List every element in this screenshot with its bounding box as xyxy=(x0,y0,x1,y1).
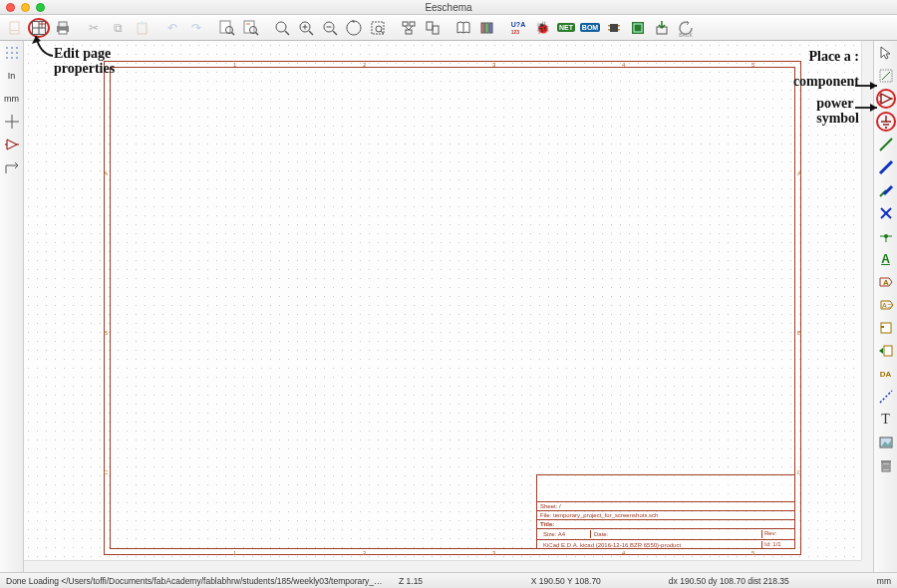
library-editor-button[interactable] xyxy=(452,18,474,38)
component-triangle-icon xyxy=(4,137,20,152)
find-button[interactable] xyxy=(216,18,238,38)
svg-point-50 xyxy=(6,52,8,54)
cursor-shape-toggle[interactable] xyxy=(2,112,22,132)
hierarchy-icon xyxy=(401,20,417,36)
show-grid-toggle[interactable] xyxy=(2,43,22,63)
svg-rect-1 xyxy=(11,30,18,31)
import-pin-icon xyxy=(878,343,894,359)
title-block: Sheet: / File: temporary_project_for_scr… xyxy=(536,474,795,549)
status-units: mm xyxy=(877,576,891,586)
find-replace-icon xyxy=(243,20,259,36)
place-power-port-tool[interactable] xyxy=(876,112,896,132)
redo-icon: ↷ xyxy=(191,21,201,35)
place-bus-tool[interactable] xyxy=(876,157,896,177)
netlist-button[interactable]: BOM xyxy=(579,18,601,38)
schematic-canvas[interactable]: 1 2 3 4 5 1 2 3 4 5 A B C A B C Sheet: /… xyxy=(24,41,873,572)
toolbar-left: In mm xyxy=(0,41,24,572)
place-hierarchical-pin-tool[interactable]: DA xyxy=(876,364,896,384)
copy-button[interactable]: ⧉ xyxy=(107,18,129,38)
toolbar-right: A A A⊃ DA T xyxy=(873,41,897,572)
leave-sheet-button[interactable] xyxy=(422,18,444,38)
place-bus-entry-tool[interactable] xyxy=(876,180,896,200)
print-button[interactable] xyxy=(52,18,74,38)
size-label: Size: A4 xyxy=(540,530,590,538)
svg-line-63 xyxy=(882,72,890,80)
place-global-label-tool[interactable]: A xyxy=(876,272,896,292)
id-label: Id: 1/1 xyxy=(761,541,791,549)
zoom-redraw-button[interactable] xyxy=(271,18,293,38)
copy-icon: ⧉ xyxy=(114,21,123,35)
zoom-fit-icon xyxy=(346,20,362,36)
zoom-selection-button[interactable] xyxy=(367,18,389,38)
dashed-line-icon xyxy=(878,389,894,405)
place-hierarchical-sheet-tool[interactable] xyxy=(876,318,896,338)
scrollbar-horizontal[interactable] xyxy=(24,560,861,572)
svg-rect-8 xyxy=(59,22,67,27)
units-mm-toggle[interactable]: mm xyxy=(2,89,22,109)
hidden-pins-toggle[interactable] xyxy=(2,135,22,154)
bus-wire-direction-toggle[interactable] xyxy=(2,157,22,177)
books-icon xyxy=(479,20,495,36)
svg-text:A⊃: A⊃ xyxy=(882,302,893,309)
footprint-editor-button[interactable] xyxy=(603,18,625,38)
cut-button[interactable]: ✂ xyxy=(83,18,105,38)
highlight-net-tool[interactable] xyxy=(876,66,896,86)
svg-line-17 xyxy=(285,31,289,35)
zoom-out-button[interactable] xyxy=(319,18,341,38)
annotate-label: U?A123 xyxy=(511,21,525,35)
svg-line-12 xyxy=(232,32,235,35)
place-no-connect-tool[interactable] xyxy=(876,203,896,223)
back-annotate-button[interactable]: BACK xyxy=(675,18,697,38)
undo-icon: ↶ xyxy=(167,21,177,35)
scrollbar-vertical[interactable] xyxy=(861,41,873,560)
zoom-out-icon xyxy=(322,20,338,36)
import-hierarchical-pin-tool[interactable] xyxy=(876,341,896,361)
svg-line-19 xyxy=(309,31,313,35)
place-image-tool[interactable] xyxy=(876,433,896,452)
place-component-tool[interactable] xyxy=(876,89,896,109)
place-net-label-tool[interactable]: A xyxy=(876,249,896,269)
hier-sheet-icon xyxy=(878,320,894,336)
import-footprint-button[interactable] xyxy=(651,18,673,38)
place-hierarchical-label-tool[interactable]: A⊃ xyxy=(876,295,896,315)
navigate-hierarchy-button[interactable] xyxy=(398,18,420,38)
svg-point-51 xyxy=(11,52,13,54)
svg-rect-36 xyxy=(481,23,484,33)
svg-rect-43 xyxy=(618,29,620,31)
place-wire-tool[interactable] xyxy=(876,135,896,154)
undo-button[interactable]: ↶ xyxy=(161,18,183,38)
new-schematic-button[interactable] xyxy=(4,18,26,38)
delete-tool[interactable] xyxy=(876,455,896,475)
place-graphic-text-tool[interactable]: T xyxy=(876,410,896,430)
redo-button[interactable]: ↷ xyxy=(185,18,207,38)
footprint-icon xyxy=(606,20,622,36)
svg-line-23 xyxy=(333,31,337,35)
zoom-in-button[interactable] xyxy=(295,18,317,38)
cvpcb-button[interactable]: NET xyxy=(555,18,577,38)
svg-rect-93 xyxy=(881,460,891,462)
zoom-fit-button[interactable] xyxy=(343,18,365,38)
paste-button[interactable]: 📋 xyxy=(131,18,152,38)
svg-line-31 xyxy=(405,26,409,30)
svg-point-80 xyxy=(884,234,888,238)
grid-icon xyxy=(4,45,20,61)
select-tool[interactable] xyxy=(876,43,896,63)
erc-button[interactable]: 🐞 xyxy=(531,18,553,38)
find-replace-button[interactable] xyxy=(240,18,262,38)
date-label: Date: xyxy=(590,530,761,538)
annotate-button[interactable]: U?A123 xyxy=(507,18,529,38)
hier-label-icon: A⊃ xyxy=(878,297,894,313)
page-settings-button[interactable] xyxy=(28,18,50,38)
kicad-version: KiCad E.D.A. kicad (2016-12-16 BZR 6550)… xyxy=(540,541,761,549)
run-pcbnew-button[interactable] xyxy=(627,18,649,38)
no-connect-icon xyxy=(878,205,894,221)
toolbar-top: ✂ ⧉ 📋 ↶ ↷ U?A123 🐞 NET BOM BACK xyxy=(0,15,897,41)
junction-icon xyxy=(878,228,894,244)
highlight-net-icon xyxy=(878,68,894,84)
library-browser-button[interactable] xyxy=(476,18,498,38)
place-junction-tool[interactable] xyxy=(876,226,896,246)
place-graphic-line-tool[interactable] xyxy=(876,387,896,407)
units-inch-toggle[interactable]: In xyxy=(2,66,22,86)
sheet-frame: 1 2 3 4 5 1 2 3 4 5 A B C A B C Sheet: /… xyxy=(104,61,801,555)
bus-direction-icon xyxy=(4,159,20,175)
